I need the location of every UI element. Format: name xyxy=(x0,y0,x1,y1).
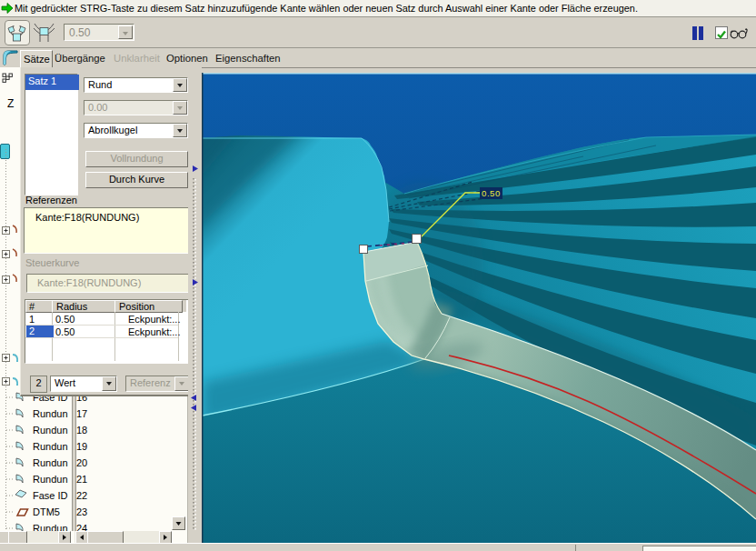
svg-text:0.50: 0.50 xyxy=(482,188,501,198)
